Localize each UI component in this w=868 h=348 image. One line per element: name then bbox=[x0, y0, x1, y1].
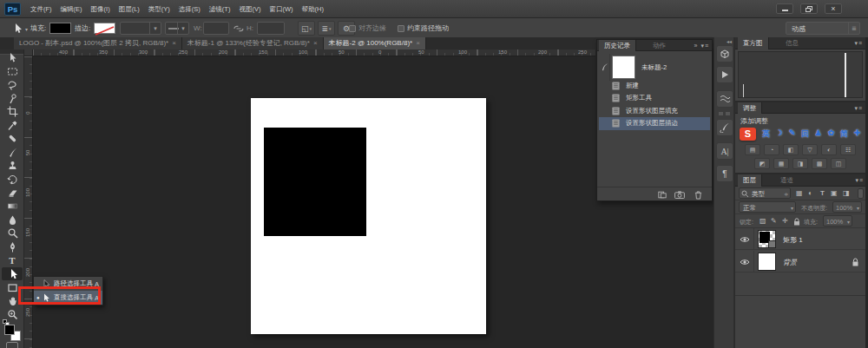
layer-name[interactable]: 矩形 1 bbox=[783, 235, 803, 245]
ime-icon[interactable]: 回 bbox=[799, 128, 812, 140]
filter-pixel-icon[interactable]: ▦ bbox=[796, 189, 803, 197]
ime-icon[interactable]: ✚ bbox=[851, 128, 864, 140]
adjustment-icon-bw[interactable]: ◩ bbox=[754, 158, 770, 169]
foreground-color-swatch[interactable] bbox=[4, 325, 15, 335]
fill-combo[interactable]: 100%▾ bbox=[823, 215, 852, 227]
panel-collapse-icon[interactable]: » bbox=[694, 43, 699, 49]
gradient-tool[interactable] bbox=[3, 200, 22, 213]
adjustment-icon-hue[interactable]: ◐ bbox=[821, 144, 837, 155]
layer-visibility-toggle[interactable] bbox=[735, 228, 754, 250]
ime-icon[interactable]: ✎ bbox=[786, 128, 799, 140]
ime-toolbar[interactable]: S 英☽✎回♟✿简✚ bbox=[740, 127, 864, 141]
history-state-row[interactable]: 设置形状图层填充 bbox=[599, 104, 710, 117]
tab-close-icon[interactable]: × bbox=[172, 37, 176, 49]
bg-layer-name[interactable]: 背景 bbox=[783, 258, 797, 267]
menu-item[interactable]: 图层(L) bbox=[115, 0, 144, 18]
channels-tab[interactable]: 通道 bbox=[775, 174, 799, 187]
layer-row-background[interactable]: 背景 bbox=[735, 251, 866, 272]
layer-row-rect[interactable]: 矩形 1 bbox=[735, 228, 866, 250]
history-state-row[interactable]: 矩形工具 bbox=[599, 92, 710, 105]
constrain-drag-checkbox[interactable] bbox=[398, 25, 404, 32]
filter-adjustment-icon[interactable]: ◐ bbox=[808, 189, 812, 197]
layers-menu-icon[interactable]: ▾≡ bbox=[855, 177, 864, 183]
menu-item[interactable]: 滤镜(T) bbox=[205, 0, 235, 18]
tab-close-icon[interactable]: × bbox=[313, 37, 318, 49]
history-state-row[interactable]: 新建 bbox=[599, 79, 710, 92]
ime-icon[interactable]: 英 bbox=[760, 128, 773, 140]
stroke-swatch[interactable] bbox=[94, 23, 115, 34]
document-tab[interactable]: 未标题-1 @ 133%(经验专登记, RGB/8)*× bbox=[182, 37, 324, 49]
history-tab[interactable]: 历史记录 bbox=[599, 40, 636, 51]
menu-item[interactable]: 图像(I) bbox=[87, 0, 115, 18]
lock-all-icon[interactable] bbox=[793, 218, 800, 226]
adjustment-icon-vibrance[interactable]: ▽ bbox=[802, 144, 818, 155]
marquee-tool[interactable] bbox=[3, 65, 22, 78]
ime-icon[interactable]: ☽ bbox=[773, 128, 786, 140]
panel-icon-clone-source[interactable] bbox=[716, 90, 733, 108]
document-tab[interactable]: LOGO - 副本.psd @ 100%(图层 2 拷贝, RGB/8)*× bbox=[14, 37, 182, 49]
link-dimensions-icon[interactable] bbox=[233, 25, 244, 32]
adjustments-tab[interactable]: 调整 bbox=[738, 102, 762, 114]
crop-tool[interactable] bbox=[3, 105, 22, 118]
brush-tool[interactable] bbox=[3, 146, 22, 159]
delete-state-icon[interactable] bbox=[694, 191, 702, 200]
new-snapshot-icon[interactable] bbox=[674, 191, 685, 199]
adjustment-icon-invert[interactable]: ◫ bbox=[831, 158, 846, 169]
layer-thumbnail[interactable] bbox=[758, 230, 776, 248]
bg-layer-thumbnail[interactable] bbox=[758, 253, 776, 271]
ime-icon[interactable]: ✿ bbox=[825, 128, 838, 140]
document-tab[interactable]: 未标题-2 @ 100%(RGB/8)*× bbox=[324, 37, 426, 49]
tool-preset-dropdown[interactable]: ▾ bbox=[25, 26, 28, 32]
layer-filter-combo[interactable]: 类型 ≑ bbox=[739, 187, 791, 199]
info-tab[interactable]: 信息 bbox=[780, 37, 804, 49]
menu-item[interactable]: 窗口(W) bbox=[265, 0, 297, 18]
blur-tool[interactable] bbox=[3, 213, 22, 227]
stroke-type-combo[interactable]: ▾ bbox=[165, 22, 189, 35]
black-rectangle-shape[interactable] bbox=[264, 128, 366, 236]
panel-icon-properties[interactable] bbox=[716, 45, 733, 62]
width-input[interactable] bbox=[203, 22, 229, 35]
path-selection-tool[interactable] bbox=[2, 267, 23, 280]
adjustment-icon-channelmixer[interactable]: ◨ bbox=[792, 158, 808, 169]
layer-visibility-toggle-bg[interactable] bbox=[735, 251, 754, 272]
stroke-width-combo[interactable]: ▾ bbox=[120, 22, 161, 35]
filter-toggle[interactable] bbox=[858, 188, 864, 199]
panel-icon-actions[interactable] bbox=[716, 66, 733, 83]
adjustment-icon-lookup[interactable]: ▩ bbox=[812, 158, 827, 169]
path-alignment-button[interactable]: ≣▾ bbox=[318, 21, 335, 36]
sogou-logo[interactable]: S bbox=[740, 128, 756, 141]
filter-shape-icon[interactable]: ▣ bbox=[831, 189, 838, 197]
pen-tool[interactable] bbox=[3, 240, 22, 253]
filter-type-icon[interactable]: T bbox=[820, 189, 825, 197]
histogram-tab[interactable]: 直方图 bbox=[738, 37, 769, 49]
history-snapshot-row[interactable]: 未标题-2 bbox=[599, 54, 710, 81]
healing-brush-tool[interactable] bbox=[3, 132, 22, 145]
workspace-selector[interactable]: 动感 ≣ bbox=[786, 22, 860, 35]
dodge-tool[interactable] bbox=[3, 227, 22, 240]
layers-tab[interactable]: 图层 bbox=[738, 174, 762, 187]
clone-stamp-tool[interactable] bbox=[3, 159, 22, 172]
eraser-tool[interactable] bbox=[3, 187, 22, 200]
move-tool[interactable] bbox=[3, 51, 22, 64]
quick-selection-tool[interactable] bbox=[3, 92, 22, 105]
history-brush-tool[interactable] bbox=[3, 173, 22, 186]
menu-item[interactable]: 文件(F) bbox=[26, 0, 56, 18]
adjustments-menu-icon[interactable]: ▾≡ bbox=[854, 105, 863, 111]
lock-position-icon[interactable]: ✛ bbox=[782, 217, 788, 225]
lock-pixels-icon[interactable]: ✎ bbox=[771, 217, 777, 225]
expand-panels-icon[interactable]: ◂◂ bbox=[727, 38, 732, 44]
canvas-artboard[interactable] bbox=[251, 98, 486, 334]
history-source-icon[interactable] bbox=[599, 54, 610, 81]
actions-tab[interactable]: 动作 bbox=[648, 40, 671, 51]
path-operations-button[interactable]: ◱▾ bbox=[298, 21, 315, 36]
ime-icon[interactable]: 简 bbox=[838, 128, 851, 140]
panel-icon-paragraph[interactable]: ¶ bbox=[716, 165, 733, 182]
quick-mask-button[interactable] bbox=[6, 342, 18, 348]
eyedropper-tool[interactable] bbox=[3, 119, 22, 132]
opacity-combo[interactable]: 100%▾ bbox=[832, 201, 862, 213]
type-tool[interactable]: T bbox=[3, 253, 22, 266]
panel-icon-brush[interactable] bbox=[716, 119, 733, 136]
fill-swatch[interactable] bbox=[49, 23, 71, 34]
tab-close-icon[interactable]: × bbox=[416, 37, 420, 49]
lasso-tool[interactable] bbox=[3, 78, 22, 91]
